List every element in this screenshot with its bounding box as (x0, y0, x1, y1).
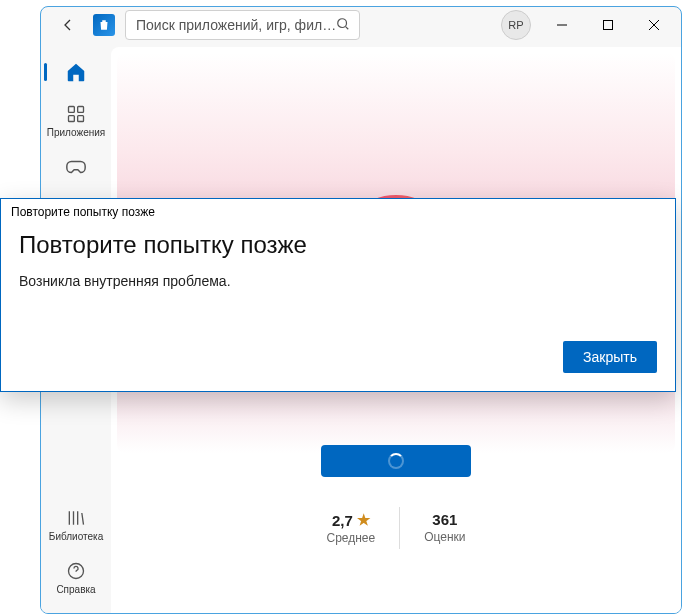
nav-games[interactable] (46, 148, 106, 186)
search-placeholder-text: Поиск приложений, игр, фил… (136, 17, 336, 33)
svg-rect-5 (78, 116, 84, 122)
window-controls (539, 9, 677, 41)
apps-icon (65, 103, 87, 125)
search-icon (336, 17, 350, 34)
nav-help-label: Справка (56, 584, 95, 595)
dialog-message: Возникла внутренняя проблема. (19, 273, 657, 289)
rating-stat: 2,7 ★ Среднее (302, 507, 399, 549)
rating-value: 2,7 (332, 512, 353, 529)
games-icon (65, 156, 87, 178)
loading-button[interactable] (321, 445, 471, 477)
avatar-initials: RP (508, 19, 523, 31)
rating-label: Среднее (326, 531, 375, 545)
close-window-button[interactable] (631, 9, 677, 41)
home-icon (65, 61, 87, 83)
error-dialog: Повторите попытку позже Повторите попытк… (0, 198, 676, 392)
maximize-button[interactable] (585, 9, 631, 41)
arrow-left-icon (60, 17, 76, 33)
back-button[interactable] (53, 10, 83, 40)
search-input[interactable]: Поиск приложений, игр, фил… (125, 10, 360, 40)
spinner-icon (388, 453, 404, 469)
titlebar: Поиск приложений, игр, фил… RP (41, 7, 681, 43)
help-icon (65, 560, 87, 582)
minimize-button[interactable] (539, 9, 585, 41)
reviews-value: 361 (424, 511, 465, 528)
stats-row: 2,7 ★ Среднее 361 Оценки (111, 507, 681, 549)
user-avatar[interactable]: RP (501, 10, 531, 40)
nav-apps-label: Приложения (47, 127, 106, 138)
svg-rect-2 (69, 107, 75, 113)
nav-library-label: Библиотека (49, 531, 103, 542)
svg-rect-4 (69, 116, 75, 122)
dialog-heading: Повторите попытку позже (19, 231, 657, 259)
nav-home[interactable] (46, 53, 106, 91)
star-icon: ★ (357, 511, 370, 529)
dialog-close-button[interactable]: Закрыть (563, 341, 657, 373)
svg-rect-1 (604, 21, 613, 30)
dialog-titlebar: Повторите попытку позже (1, 199, 675, 225)
store-logo (93, 14, 115, 36)
nav-help[interactable]: Справка (46, 552, 106, 601)
reviews-stat: 361 Оценки (399, 507, 489, 549)
svg-rect-3 (78, 107, 84, 113)
nav-library[interactable]: Библиотека (46, 499, 106, 548)
reviews-label: Оценки (424, 530, 465, 544)
library-icon (65, 507, 87, 529)
svg-point-0 (338, 18, 347, 27)
nav-apps[interactable]: Приложения (46, 95, 106, 144)
